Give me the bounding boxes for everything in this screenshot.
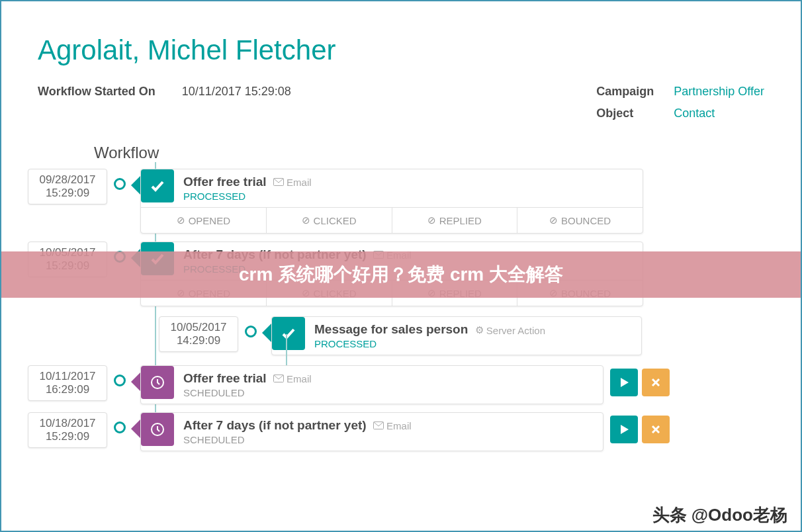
activity-type: Email [273, 177, 312, 188]
metrics-row: ⊘OPENED ⊘CLICKED ⊘REPLIED ⊘BOUNCED [141, 207, 643, 233]
timeline-dot [114, 178, 126, 190]
clock-icon [141, 413, 174, 446]
cancel-button[interactable] [642, 369, 670, 396]
timeline-dot [245, 326, 257, 337]
workflow-started-value: 10/11/2017 15:29:08 [182, 85, 291, 120]
activity-type: ⚙ Server Action [475, 324, 545, 336]
close-icon [651, 425, 660, 434]
node-datebox: 10/05/2017 14:29:09 [159, 316, 238, 352]
gear-icon: ⚙ [475, 324, 484, 336]
timeline-node: 10/18/2017 15:29:09 After 7 days (if not… [28, 412, 764, 451]
activity-status: SCHEDULED [183, 387, 594, 398]
card-connector [131, 419, 141, 439]
meta-row: Workflow Started On 10/11/2017 15:29:08 … [38, 85, 764, 120]
timeline: 09/28/2017 15:29:09 Offer free trial Ema… [28, 169, 764, 451]
metric-bounced[interactable]: ⊘BOUNCED [517, 208, 643, 233]
overlay-banner: crm 系统哪个好用？免费 crm 大全解答 [1, 251, 801, 298]
svg-marker-9 [621, 425, 629, 434]
activity-type: Email [273, 373, 312, 384]
campaign-value[interactable]: Partnership Offer [674, 85, 764, 99]
card-connector [262, 323, 272, 343]
timeline-dot [114, 421, 126, 433]
envelope-icon [273, 375, 284, 382]
play-icon [619, 378, 629, 387]
workflow-section-label: Workflow [94, 144, 764, 162]
activity-card[interactable]: Offer free trial Email PROCESSED ⊘OPENED… [140, 169, 643, 234]
campaign-label: Campaign [596, 85, 654, 99]
envelope-icon [273, 178, 284, 186]
activity-card[interactable]: After 7 days (if not partner yet) Email … [140, 412, 603, 451]
cancel-button[interactable] [642, 416, 670, 443]
workflow-started-label: Workflow Started On [38, 85, 156, 120]
play-button[interactable] [610, 369, 638, 396]
activity-card[interactable]: Offer free trial Email SCHEDULED [140, 365, 603, 404]
node-datebox: 10/11/2017 16:29:09 [28, 365, 107, 401]
activity-status: PROCESSED [183, 191, 633, 202]
activity-title: Offer free trial [183, 371, 267, 385]
timeline-nested-node: 10/05/2017 14:29:09 Message for sales pe… [159, 316, 764, 355]
envelope-icon [373, 421, 384, 429]
check-icon [141, 169, 174, 202]
card-connector [131, 175, 141, 195]
svg-marker-4 [621, 378, 629, 387]
timeline-node: 09/28/2017 15:29:09 Offer free trial Ema… [28, 169, 764, 234]
activity-card[interactable]: Message for sales person ⚙ Server Action… [271, 316, 642, 355]
activity-type: Email [373, 420, 412, 431]
page-title: Agrolait, Michel Fletcher [38, 34, 764, 66]
metric-clicked[interactable]: ⊘CLICKED [267, 208, 392, 233]
metric-replied[interactable]: ⊘REPLIED [392, 208, 518, 233]
activity-status: SCHEDULED [183, 434, 594, 445]
timeline-dot [114, 375, 126, 386]
metric-opened[interactable]: ⊘OPENED [141, 208, 267, 233]
node-datebox: 09/28/2017 15:29:09 [28, 169, 107, 204]
timeline-node: 10/11/2017 16:29:09 Offer free trial Ema… [28, 365, 764, 404]
close-icon [651, 378, 660, 387]
activity-title: Offer free trial [183, 175, 267, 189]
activity-title: Message for sales person [314, 322, 468, 336]
object-value[interactable]: Contact [674, 107, 764, 120]
node-datebox: 10/18/2017 15:29:09 [28, 412, 107, 448]
play-button[interactable] [610, 416, 638, 443]
activity-status: PROCESSED [314, 338, 632, 349]
play-icon [619, 425, 629, 434]
clock-icon [141, 366, 174, 399]
activity-title: After 7 days (if not partner yet) [183, 418, 367, 432]
card-connector [131, 372, 141, 392]
object-label: Object [596, 107, 654, 120]
footer-attribution: 头条 @Odoo老杨 [652, 504, 787, 527]
check-icon [272, 317, 305, 350]
